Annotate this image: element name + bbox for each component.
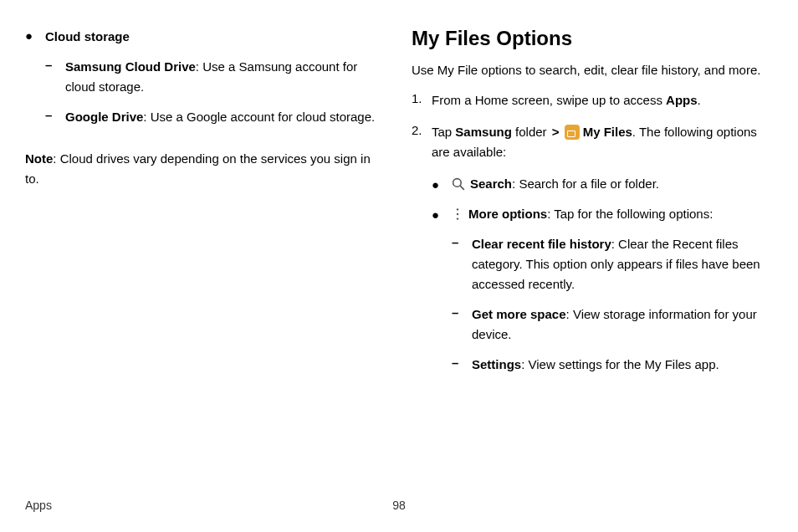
- chevron-icon: >: [552, 125, 560, 139]
- footer-section-label: Apps: [25, 499, 52, 512]
- settings-bold: Settings: [472, 357, 521, 371]
- settings-rest: : View settings for the My Files app.: [521, 357, 719, 371]
- cloud-storage-heading: Cloud storage: [45, 29, 130, 43]
- intro-paragraph: Use My File options to search, edit, cle…: [412, 60, 773, 80]
- my-files-icon: [565, 125, 580, 140]
- number-2: 2.: [412, 122, 432, 162]
- dash-mark: –: [452, 304, 472, 345]
- clear-history-item: – Clear recent file history: Clear the R…: [452, 234, 773, 294]
- page-footer: Apps 98: [25, 499, 773, 512]
- step-2: 2. Tap Samsung folder > My Files. The fo…: [412, 122, 773, 162]
- google-drive-item: – Google Drive: Use a Google account for…: [45, 107, 386, 127]
- get-more-space-item: – Get more space: View storage informati…: [452, 304, 773, 345]
- left-column: ● Cloud storage – Samsung Cloud Drive: U…: [25, 27, 386, 385]
- footer-page-number: 98: [392, 499, 406, 512]
- svg-point-0: [453, 179, 462, 187]
- bullet-dot: ●: [432, 204, 452, 224]
- bullet-dot: ●: [432, 174, 452, 194]
- more-bold: More options: [468, 207, 547, 221]
- step2-tap: Tap: [432, 125, 455, 139]
- search-rest: : Search for a file or folder.: [512, 176, 659, 191]
- dash-mark: –: [452, 355, 472, 375]
- search-icon: [452, 177, 465, 191]
- svg-line-1: [460, 186, 463, 189]
- svg-point-4: [457, 217, 458, 219]
- get-space-bold: Get more space: [472, 307, 566, 321]
- note-rest: : Cloud drives vary depending on the ser…: [25, 151, 371, 186]
- clear-history-bold: Clear recent file history: [472, 237, 611, 251]
- samsung-cloud-bold: Samsung Cloud Drive: [65, 59, 196, 74]
- bullet-dot: ●: [25, 27, 45, 137]
- step2-folder: folder: [512, 125, 550, 139]
- dash-mark: –: [45, 57, 65, 97]
- google-drive-bold: Google Drive: [65, 110, 143, 124]
- svg-point-3: [457, 213, 458, 215]
- search-option: ● Search: Search for a file or folder.: [432, 174, 773, 194]
- step-1: 1. From a Home screen, swipe up to acces…: [412, 90, 773, 110]
- right-column: My Files Options Use My File options to …: [412, 27, 773, 385]
- search-bold: Search: [470, 176, 512, 191]
- settings-item: – Settings: View settings for the My Fil…: [452, 355, 773, 375]
- more-options-option: ● More options: Tap for the following op…: [432, 204, 773, 224]
- section-heading: My Files Options: [412, 27, 773, 50]
- cloud-storage-bullet: ● Cloud storage – Samsung Cloud Drive: U…: [25, 27, 386, 137]
- dash-mark: –: [45, 107, 65, 127]
- dash-mark: –: [452, 234, 472, 294]
- svg-point-2: [457, 208, 458, 210]
- more-rest: : Tap for the following options:: [547, 207, 713, 221]
- step2-myfiles: My Files: [583, 125, 632, 139]
- step1-bold: Apps: [666, 93, 698, 107]
- more-options-icon: [452, 207, 463, 221]
- step2-samsung: Samsung: [455, 125, 512, 139]
- google-drive-rest: : Use a Google account for cloud storage…: [143, 110, 375, 124]
- step1-prefix: From a Home screen, swipe up to access: [432, 93, 666, 107]
- note-paragraph: Note: Cloud drives vary depending on the…: [25, 149, 386, 189]
- number-1: 1.: [412, 90, 432, 110]
- step1-suffix: .: [698, 93, 701, 107]
- note-bold: Note: [25, 151, 53, 166]
- samsung-cloud-item: – Samsung Cloud Drive: Use a Samsung acc…: [45, 57, 386, 97]
